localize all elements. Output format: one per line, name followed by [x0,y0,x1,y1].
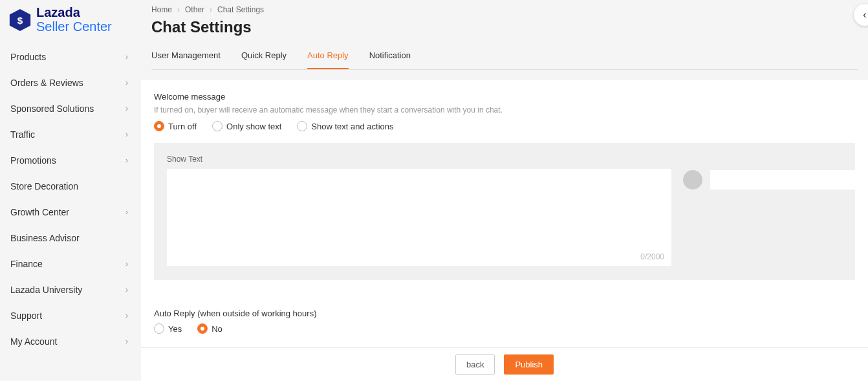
radio-dot-icon [154,323,164,334]
autoreply-radio-yes[interactable]: Yes [154,323,182,334]
sidebar-item-business-advisor[interactable]: Business Advisor [0,225,141,251]
radio-label: Only show text [226,122,281,131]
welcome-radio-turn-off[interactable]: Turn off [154,121,197,131]
sidebar-item-label: Growth Center [10,207,69,217]
breadcrumb-other[interactable]: Other [185,5,204,14]
sidebar-item-orders-reviews[interactable]: Orders & Reviews› [0,70,141,96]
show-text-textarea[interactable]: 0/2000 [167,169,671,266]
sidebar: $ Lazada Seller Center Products›Orders &… [0,0,141,381]
tab-notification[interactable]: Notification [369,50,411,69]
welcome-radio-only-show-text[interactable]: Only show text [212,121,281,131]
logo-line2: Seller Center [36,19,112,34]
radio-dot-icon [212,121,222,131]
show-text-panel: Show Text 0/2000 [154,143,855,280]
radio-label: Yes [168,324,182,334]
sidebar-item-label: Finance [10,259,43,269]
chevron-right-icon: › [125,337,128,346]
back-button[interactable]: back [455,354,495,375]
sidebar-nav: Products›Orders & Reviews›Sponsored Solu… [0,44,141,354]
sidebar-item-store-decoration[interactable]: Store Decoration [0,173,141,199]
chevron-right-icon: › [125,311,128,320]
radio-label: Show text and actions [311,122,393,131]
sidebar-item-label: Promotions [10,155,56,166]
sidebar-item-label: Lazada University [10,285,82,295]
tab-user-management[interactable]: User Management [151,50,221,69]
auto-reply-title: Auto Reply (when outside of working hour… [154,309,855,318]
tab-auto-reply[interactable]: Auto Reply [307,50,349,69]
avatar-icon [683,170,702,190]
sidebar-item-lazada-university[interactable]: Lazada University› [0,277,141,303]
sidebar-item-products[interactable]: Products› [0,44,141,70]
chevron-right-icon: › [125,78,128,87]
welcome-title: Welcome message [154,92,855,102]
chevron-right-icon: › [125,259,128,268]
chevron-right-icon: › [125,285,128,294]
sidebar-item-finance[interactable]: Finance› [0,251,141,277]
sidebar-item-label: My Account [10,336,57,347]
bottom-action-bar: back Publish [141,347,868,381]
publish-button[interactable]: Publish [504,354,554,375]
sidebar-item-my-account[interactable]: My Account› [0,329,141,354]
sidebar-item-support[interactable]: Support› [0,303,141,329]
sidebar-item-promotions[interactable]: Promotions› [0,147,141,173]
sidebar-item-label: Support [10,310,42,321]
svg-text:$: $ [17,15,23,26]
main: Home › Other › Chat Settings Chat Settin… [141,0,868,381]
sidebar-item-label: Products [10,52,46,62]
breadcrumb-current: Chat Settings [217,5,264,14]
sidebar-item-label: Traffic [10,129,35,140]
radio-dot-icon [154,121,164,131]
sidebar-item-growth-center[interactable]: Growth Center› [0,199,141,225]
chevron-right-icon: › [125,130,128,139]
page-title: Chat Settings [151,18,858,36]
radio-label: Turn off [168,122,197,131]
breadcrumb-home[interactable]: Home [151,5,172,14]
tab-quick-reply[interactable]: Quick Reply [241,50,287,69]
radio-dot-icon [297,121,307,131]
welcome-message-card: Welcome message If turned on, buyer will… [141,80,868,299]
lazada-logo-icon: $ [8,8,32,32]
logo-line1: Lazada [36,5,112,19]
chevron-right-icon: › [125,104,128,113]
preview-column [683,155,868,190]
chevron-right-icon: › [125,52,128,61]
auto-reply-card: Auto Reply (when outside of working hour… [141,299,868,347]
chevron-right-icon: › [125,156,128,165]
sidebar-item-label: Orders & Reviews [10,78,83,88]
chevron-right-icon: › [210,5,212,14]
sidebar-item-traffic[interactable]: Traffic› [0,122,141,147]
auto-reply-radio-group: YesNo [154,323,855,334]
welcome-desc: If turned on, buyer will receive an auto… [154,105,855,114]
sidebar-item-label: Store Decoration [10,181,78,191]
preview-bubble [710,170,868,190]
show-text-label: Show Text [167,155,671,164]
welcome-radio-show-text-and-actions[interactable]: Show text and actions [297,121,393,131]
sidebar-item-label: Sponsored Solutions [10,103,94,114]
radio-dot-icon [197,323,208,334]
sidebar-item-sponsored-solutions[interactable]: Sponsored Solutions› [0,96,141,122]
sidebar-item-label: Business Advisor [10,233,80,243]
radio-label: No [212,324,222,334]
breadcrumb: Home › Other › Chat Settings [151,5,858,14]
welcome-radio-group: Turn offOnly show textShow text and acti… [154,121,855,131]
char-counter: 0/2000 [640,252,664,261]
chevron-right-icon: › [125,208,128,217]
tabs: User ManagementQuick ReplyAuto ReplyNoti… [151,50,858,70]
autoreply-radio-no[interactable]: No [197,323,222,334]
logo[interactable]: $ Lazada Seller Center [0,0,141,44]
chevron-right-icon: › [177,5,180,14]
